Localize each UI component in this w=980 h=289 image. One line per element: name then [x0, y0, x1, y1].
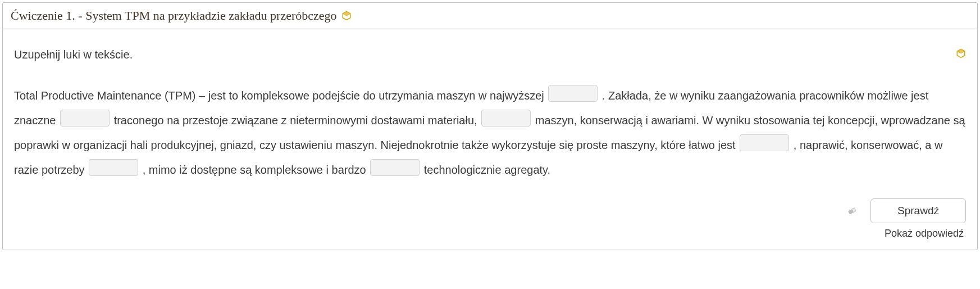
- blank-input-1[interactable]: [548, 85, 598, 102]
- show-answer-link[interactable]: Pokaż odpowiedź: [885, 228, 966, 240]
- eraser-icon[interactable]: [846, 205, 858, 217]
- blank-input-2[interactable]: [60, 110, 110, 127]
- actions-area: Sprawdź Pokaż odpowiedź: [14, 198, 966, 240]
- check-button[interactable]: Sprawdź: [870, 198, 966, 223]
- text-segment: Total Productive Maintenance (TPM) – jes…: [14, 89, 547, 102]
- hex-icon: [956, 48, 966, 58]
- hex-icon: [341, 11, 352, 21]
- actions-top-row: Sprawdź: [846, 198, 966, 223]
- text-segment: traconego na przestoje związane z nieter…: [114, 114, 481, 127]
- instruction-text: Uzupełnij luki w tekście.: [14, 48, 133, 61]
- panel-body: Uzupełnij luki w tekście. Total Producti…: [3, 29, 977, 250]
- blank-input-3[interactable]: [481, 110, 531, 127]
- exercise-text: Total Productive Maintenance (TPM) – jes…: [14, 83, 966, 182]
- text-segment: , mimo iż dostępne są kompleksowe i bard…: [143, 164, 370, 176]
- panel-header: Ćwiczenie 1. - System TPM na przykładzie…: [3, 3, 977, 29]
- blank-input-6[interactable]: [370, 159, 420, 176]
- blank-input-4[interactable]: [740, 134, 789, 151]
- text-segment: technologicznie agregaty.: [424, 164, 550, 176]
- exercise-panel: Ćwiczenie 1. - System TPM na przykładzie…: [2, 2, 978, 250]
- svg-marker-1: [343, 12, 350, 16]
- instruction-row: Uzupełnij luki w tekście.: [14, 48, 966, 61]
- exercise-title: Ćwiczenie 1. - System TPM na przykładzie…: [11, 8, 337, 23]
- svg-marker-3: [957, 49, 965, 54]
- blank-input-5[interactable]: [89, 159, 138, 176]
